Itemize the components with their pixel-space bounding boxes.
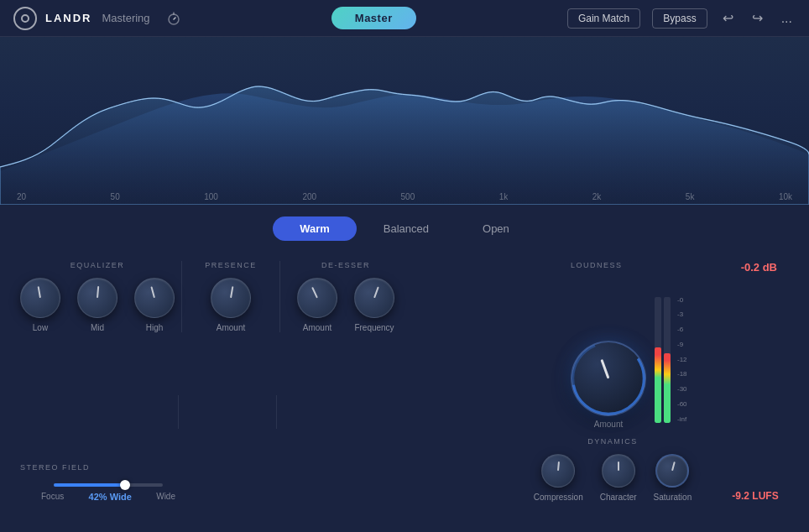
eq-mid-knob[interactable] <box>77 278 117 318</box>
vu-label-3: -3 <box>677 311 687 318</box>
header: LANDR Mastering Master Gain Match Bypass… <box>0 0 809 37</box>
eq-mid-knob-container: Mid <box>77 278 117 332</box>
stereo-value: 42% Wide <box>89 492 132 502</box>
eq-high-knob[interactable] <box>134 278 175 318</box>
eq-low-label: Low <box>33 323 48 332</box>
deesser-amount-knob[interactable] <box>297 278 337 318</box>
freq-label-5k: 5k <box>686 192 695 201</box>
stereo-slider-row <box>54 483 163 487</box>
equalizer-knobs: Low Mid High <box>20 278 175 332</box>
presence-knobs: Amount <box>211 278 251 332</box>
controls-row2: Amount -0 -3 -6 -9 -12 -18 -30 -60 <box>0 341 809 434</box>
saturation-label: Saturation <box>654 493 692 502</box>
style-open-button[interactable]: Open <box>456 216 536 241</box>
stereo-slider-track[interactable] <box>54 483 163 487</box>
compression-knob[interactable] <box>541 454 575 488</box>
vu-label-0: -0 <box>677 297 687 304</box>
character-knob[interactable] <box>602 454 635 488</box>
eq-low-knob-container: Low <box>20 278 60 332</box>
header-left: LANDR Mastering <box>13 7 180 30</box>
eq-low-knob[interactable] <box>20 278 60 318</box>
equalizer-section: EQUALIZER Low Mid High <box>20 261 175 332</box>
divider1 <box>181 261 182 332</box>
freq-label-10k: 10k <box>779 192 792 201</box>
presence-label: PRESENCE <box>205 261 257 269</box>
controls-row1: EQUALIZER Low Mid High <box>0 249 809 341</box>
header-center: Master <box>331 7 416 29</box>
spectrum-svg <box>0 37 809 205</box>
stereo-slider-thumb[interactable] <box>120 480 130 490</box>
eq-high-label: High <box>146 323 164 332</box>
vu-meter: -0 -3 -6 -9 -12 -18 -30 -60 -inf <box>655 297 687 423</box>
dynamics-section: DYNAMICS Compression Character Saturatio… <box>520 437 705 502</box>
svg-line-2 <box>174 18 175 19</box>
app-subtitle: Mastering <box>102 12 150 24</box>
vu-bar-left <box>655 297 661 423</box>
bypass-button[interactable]: Bypass <box>652 8 707 29</box>
controls-row3: STEREO FIELD Focus 42% Wide Wide DYNAMIC… <box>0 434 809 514</box>
logo-inner <box>21 14 29 23</box>
freq-labels: 20 50 100 200 500 1k 2k 5k 10k <box>0 192 809 201</box>
character-indicator <box>618 462 619 471</box>
loudness-arc-svg <box>569 339 648 418</box>
gain-match-button[interactable]: Gain Match <box>567 8 640 29</box>
deesser-amount-container: Amount <box>297 278 337 332</box>
loudness-knob-container: Amount <box>571 341 646 429</box>
divider4 <box>276 395 277 429</box>
saturation-container: Saturation <box>654 454 692 502</box>
compression-label: Compression <box>534 493 583 502</box>
master-button[interactable]: Master <box>331 7 416 29</box>
redo-button[interactable]: ↪ <box>749 8 766 28</box>
header-right: Gain Match Bypass ↩ ↪ ... <box>567 8 796 29</box>
stereo-slider-fill <box>54 483 125 487</box>
loudness-section-label: LOUDNESS <box>571 261 623 269</box>
divider3 <box>178 395 179 429</box>
freq-label-50: 50 <box>111 192 120 201</box>
vu-label-30: -30 <box>677 386 687 393</box>
divider2 <box>279 261 280 332</box>
presence-amount-label: Amount <box>217 323 245 332</box>
freq-label-200: 200 <box>302 192 316 201</box>
loudness-controls: Amount -0 -3 -6 -9 -12 -18 -30 -60 <box>571 341 789 429</box>
lufs-readout: -9.2 LUFS <box>722 490 789 502</box>
style-selector: Warm Balanced Open <box>0 205 809 249</box>
undo-button[interactable]: ↩ <box>719 8 737 28</box>
freq-label-20: 20 <box>17 192 26 201</box>
loudness-knob[interactable] <box>571 341 646 416</box>
app-title: LANDR <box>45 12 92 24</box>
character-container: Character <box>600 454 637 502</box>
loudness-amount-label: Amount <box>594 420 623 429</box>
deesser-amount-label: Amount <box>303 323 331 332</box>
style-balanced-button[interactable]: Balanced <box>357 216 456 241</box>
style-warm-button[interactable]: Warm <box>273 216 357 241</box>
timer-icon <box>167 12 180 25</box>
presence-amount-knob[interactable] <box>211 278 251 318</box>
vu-labels: -0 -3 -6 -9 -12 -18 -30 -60 -inf <box>677 297 687 423</box>
spectrum-area: 20 50 100 200 500 1k 2k 5k 10k <box>0 37 809 205</box>
vu-fill-right <box>664 353 671 423</box>
freq-label-500: 500 <box>401 192 415 201</box>
dynamics-knobs: Compression Character Saturation <box>534 454 692 502</box>
saturation-knob[interactable] <box>655 454 689 488</box>
stereo-text-labels: Focus 42% Wide Wide <box>41 492 175 502</box>
deesser-freq-container: Frequency <box>354 278 394 332</box>
vu-bar-right <box>664 297 671 423</box>
saturation-indicator <box>671 462 676 471</box>
stereo-section: STEREO FIELD Focus 42% Wide Wide <box>20 463 196 502</box>
freq-label-2k: 2k <box>592 192 602 201</box>
vu-fill-left <box>655 347 661 423</box>
deesser-freq-knob[interactable] <box>354 278 394 318</box>
logo-icon <box>13 7 37 30</box>
presence-section: PRESENCE Amount <box>189 261 273 332</box>
wide-label: Wide <box>156 492 175 502</box>
more-button[interactable]: ... <box>778 9 796 28</box>
loudness-outer: LOUDNESS -0.2 dB <box>571 261 789 274</box>
deesser-section: DE-ESSER Amount Frequency <box>287 261 404 332</box>
vu-label-12: -12 <box>677 357 687 363</box>
compression-indicator <box>557 462 560 471</box>
character-label: Character <box>600 493 637 502</box>
deesser-knobs: Amount Frequency <box>297 278 394 332</box>
eq-high-knob-container: High <box>134 278 175 332</box>
dynamics-label: DYNAMICS <box>587 437 638 446</box>
vu-label-9: -9 <box>677 342 687 348</box>
